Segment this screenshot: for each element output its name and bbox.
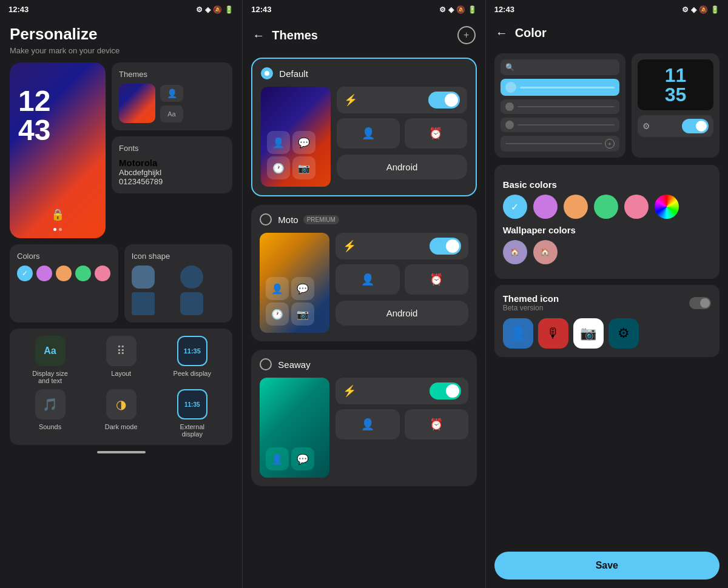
preview-list-item-2: [500, 99, 619, 114]
status-icons-1: ⚙ ◈ 🔕 🔋: [196, 5, 234, 14]
preview-toggle-row: ⚙: [638, 115, 713, 137]
theme-moto-radio[interactable]: [260, 213, 272, 226]
fonts-card[interactable]: Fonts Motorola Abcdefghijkl 0123456789: [112, 136, 232, 193]
color-option-purple[interactable]: [533, 195, 558, 219]
theme-seaway-radio[interactable]: [260, 358, 272, 370]
preview-list-line-3: [517, 124, 615, 125]
mute-icon-2: 🔕: [456, 5, 465, 14]
fonts-preview: Motorola Abcdefghijkl 0123456789: [119, 158, 225, 186]
sounds-icon: 🎵: [35, 389, 66, 419]
themes-page-title: Themes: [272, 28, 457, 42]
peek-icon: 11:35: [177, 336, 207, 366]
default-bluetooth-row: ⚡: [337, 87, 467, 113]
app-icon-contacts: 👤: [503, 318, 533, 349]
theme-moto[interactable]: Moto PREMIUM 👤 💬 🕐 📷 ⚡: [251, 205, 476, 341]
themed-icon-row: Themed icon Beta version: [503, 293, 711, 312]
phone-lock-icon: 🔒: [51, 208, 64, 221]
seaway-icon-2: 💬: [291, 447, 314, 470]
color-back-button[interactable]: ←: [496, 26, 508, 40]
shape-squircle: [180, 292, 203, 315]
preview-bottom-bar: +: [500, 136, 619, 152]
preview-toggle[interactable]: [682, 119, 709, 133]
settings-icon-2: ⚙: [439, 5, 446, 14]
color-page-title: Color: [515, 26, 718, 40]
battery-icon: 🔋: [224, 5, 234, 14]
colors-preview: ✓: [17, 266, 111, 281]
themes-header: ← Themes +: [243, 19, 485, 52]
themes-list: Default 👤 💬 🕐 📷 ⚡: [243, 52, 485, 588]
color-option-orange[interactable]: [564, 195, 588, 219]
fonts-name: Motorola: [119, 158, 225, 168]
wallpaper-colors-grid: 🏠 🏠: [503, 240, 711, 264]
save-button[interactable]: Save: [494, 552, 720, 580]
seaway-toggle-knob: [446, 384, 459, 398]
default-icon-btns: 👤 ⏰: [337, 118, 467, 149]
themed-icon-card: Themed icon Beta version 👤 🎙 📷 ⚙: [494, 285, 720, 357]
themes-card[interactable]: Themes 👤 Aa: [112, 62, 232, 130]
theme-moto-preview: 👤 💬 🕐 📷 ⚡ 👤 ⏰: [260, 233, 468, 333]
colors-label: Colors: [17, 252, 111, 261]
bluetooth-icon: ⚡: [344, 93, 357, 107]
theme-moto-wallpaper: 👤 💬 🕐 📷: [260, 233, 329, 333]
phone-minute: 43: [18, 116, 50, 145]
seaway-wp-icons: 👤 💬: [266, 447, 314, 470]
moto-toggle[interactable]: [430, 238, 461, 255]
seaway-icon-btns: 👤 ⏰: [335, 409, 468, 439]
color-pink: [95, 266, 110, 281]
moto-controls: ⚡ 👤 ⏰ Android: [335, 233, 468, 333]
grid-item-peek[interactable]: 11:35 Peek display: [159, 336, 225, 384]
default-android-btn[interactable]: Android: [337, 155, 467, 179]
theme-seaway[interactable]: Seaway 👤 💬 ⚡: [251, 350, 476, 486]
bottom-cards-row: Colors ✓ Icon shape: [10, 244, 232, 322]
color-option-green[interactable]: [594, 195, 618, 219]
darkmode-label: Dark mode: [105, 423, 138, 430]
color-preview-list: 🔍 +: [494, 53, 625, 158]
wallpaper-color-1[interactable]: 🏠: [503, 240, 527, 264]
phone-wallpaper: 12 43 🔒: [10, 62, 106, 238]
color-option-teal[interactable]: ✓: [503, 195, 527, 219]
default-wp-icons: 👤 💬 🕐 📷: [267, 131, 315, 179]
color-option-pink[interactable]: [624, 195, 649, 219]
color-preview-row: 🔍 +: [494, 53, 720, 158]
moto-alarm-btn: ⏰: [405, 264, 468, 295]
wallpaper-color-2[interactable]: 🏠: [533, 240, 558, 264]
color-purple: [36, 266, 52, 281]
color-option-rainbow[interactable]: [655, 195, 679, 219]
app-icon-recorder: 🎙: [538, 318, 568, 349]
grid-item-display[interactable]: Aa Display sizeand text: [17, 336, 83, 384]
theme-default-name: Default: [279, 68, 308, 79]
add-theme-button[interactable]: +: [457, 26, 476, 44]
mute-icon-3: 🔕: [699, 5, 708, 14]
preview-clock: 11 35: [638, 59, 713, 110]
theme-icon-text: Aa: [160, 105, 183, 122]
grid-item-darkmode[interactable]: ◑ Dark mode: [88, 389, 154, 438]
wallpaper-colors-title: Wallpaper colors: [503, 225, 711, 235]
preview-bottom-line: [505, 143, 602, 144]
default-toggle[interactable]: [428, 92, 460, 109]
status-time-1: 12:43: [8, 5, 29, 14]
default-icon-2: 💬: [292, 131, 315, 154]
moto-android-btn[interactable]: Android: [335, 301, 468, 326]
grid-item-layout[interactable]: ⠿ Layout: [88, 336, 154, 384]
grid-item-sounds[interactable]: 🎵 Sounds: [17, 389, 83, 438]
theme-moto-name: Moto: [278, 215, 298, 225]
theme-default[interactable]: Default 👤 💬 🕐 📷 ⚡: [251, 58, 476, 196]
preview-list-icon-1: [505, 82, 516, 93]
basic-colors-title: Basic colors: [503, 179, 711, 190]
colors-card[interactable]: Colors ✓: [10, 244, 118, 322]
seaway-toggle[interactable]: [430, 383, 461, 399]
themes-preview: 👤 Aa: [119, 84, 225, 123]
icon-shape-label: Icon shape: [132, 252, 226, 261]
themed-icon-toggle[interactable]: [689, 297, 711, 309]
grid-item-external[interactable]: 11:35 Externaldisplay: [159, 389, 225, 438]
moto-icon-4: 📷: [291, 302, 314, 326]
back-button[interactable]: ←: [252, 28, 265, 42]
preview-search-bar: 🔍: [500, 59, 619, 75]
icon-shape-card[interactable]: Icon shape: [124, 244, 233, 322]
seaway-icon-1: 👤: [266, 447, 289, 470]
battery-icon-2: 🔋: [468, 5, 477, 14]
theme-seaway-wallpaper: 👤 💬: [260, 378, 329, 478]
theme-default-radio[interactable]: [261, 67, 273, 79]
layout-label: Layout: [111, 370, 131, 377]
seaway-person-btn: 👤: [335, 409, 399, 439]
